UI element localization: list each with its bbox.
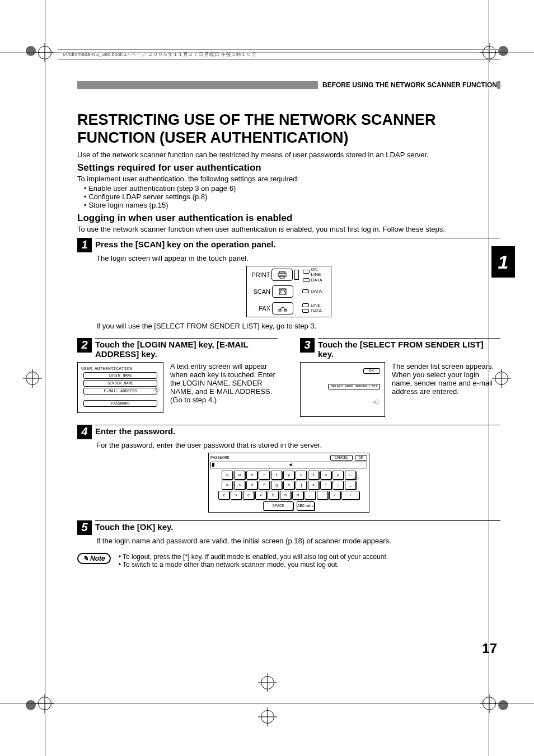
auth-screen-diagram: USER AUTHENTICATION LOGIN NAME SENDER NA…: [77, 362, 163, 413]
step-1: 1 Press the [SCAN] key on the operation …: [77, 238, 500, 252]
kb-entry-field: ◀: [210, 462, 367, 468]
auth-title: USER AUTHENTICATION: [81, 366, 160, 371]
bullet-item: Store login names (p.15): [84, 201, 500, 209]
note-item: To logout, press the [*] key. If audit m…: [119, 553, 388, 561]
kb-row: a s d f g h j k l ; _: [210, 481, 367, 490]
key: h: [283, 481, 294, 490]
reg-mark: [261, 710, 274, 724]
step-body: A text entry screen will appear when eac…: [170, 362, 278, 413]
step-5: 5 Touch the [OK] key.: [77, 520, 500, 535]
keyboard-diagram: PASSWORD CANCEL OK ◀ q w e r t y: [208, 453, 369, 513]
note-item: To switch to a mode other than network s…: [119, 561, 388, 569]
space-key: SPACE: [263, 501, 293, 510]
panel-row-print: PRINT ON LINE DATA: [247, 266, 331, 283]
ok-button: OK: [363, 368, 380, 374]
key: o: [320, 471, 331, 480]
step-body: The login screen will appear in the touc…: [96, 254, 500, 262]
rocker-icon: [294, 270, 299, 280]
step-body: The sender list screen appears. When you…: [392, 362, 500, 417]
key: l: [320, 481, 331, 490]
svg-line-5: [279, 290, 282, 294]
svg-rect-8: [284, 309, 287, 311]
key: i: [308, 471, 319, 480]
key: f: [259, 481, 270, 490]
step-2: 2 Touch the [LOGIN NAME] key, [E-MAIL AD…: [77, 334, 278, 417]
led-label: DATA: [311, 289, 322, 294]
ok-button: OK: [355, 455, 367, 461]
page-number: 17: [482, 641, 497, 656]
reg-dot: [26, 46, 36, 56]
key: r: [259, 471, 270, 480]
hand-pointer-icon: ☜: [370, 396, 381, 409]
reg-mark: [483, 697, 496, 710]
key: g: [271, 481, 282, 490]
hand-pointer-icon: ☜: [151, 383, 162, 397]
step-body: For the password, enter the user passwor…: [96, 441, 500, 449]
reg-mark: [261, 676, 274, 689]
key: m: [292, 491, 303, 500]
kb-row: z x c v b n m , . / ⇧: [210, 491, 367, 500]
email-address-field: E-MAIL ADDRESS: [83, 388, 157, 395]
bullet-item: Configure LDAP server settings (p.8): [84, 192, 500, 201]
key: .: [317, 491, 328, 500]
section1-lead: To implement user authentication, the fo…: [77, 175, 500, 183]
scan-icon: [272, 285, 293, 298]
panel-row-fax: FAX LINE DATA: [247, 300, 331, 317]
key: d: [246, 481, 257, 490]
key: p: [332, 471, 344, 480]
key: a: [222, 481, 233, 490]
login-name-field: LOGIN NAME: [83, 372, 157, 379]
reg-dot: [26, 700, 36, 710]
mode-key: ABC↔abc: [297, 501, 315, 510]
step-4: 4 Enter the password.: [77, 425, 500, 439]
step-number: 2: [77, 338, 92, 353]
step-3: 3 Touch the [SELECT FROM SENDER LIST] ke…: [300, 334, 500, 417]
step-body: If the login name and password are valid…: [96, 537, 500, 545]
step-number: 3: [300, 338, 315, 353]
led-label: DATA: [311, 308, 322, 313]
page: !Andromeda-NS_Sec.book 17 ページ ２００６年１１月２７…: [0, 0, 534, 756]
key: /: [329, 491, 340, 500]
step-number: 1: [77, 238, 92, 252]
note-badge: ✎ Note: [77, 553, 111, 564]
panel-row-scan: SCAN DATA: [247, 283, 331, 300]
led-label: ON LINE: [311, 267, 329, 277]
reg-dot: [498, 700, 508, 710]
content: RESTRICTING USE OF THE NETWORK SCANNER F…: [77, 111, 500, 569]
password-field: PASSWORD: [83, 400, 157, 407]
key: e: [246, 471, 257, 480]
svg-line-6: [284, 290, 286, 294]
select-from-sender-list-button: SELECT FROM SENDER LIST: [328, 384, 380, 390]
section2-lead: To use the network scanner function when…: [77, 225, 500, 233]
bullet-item: Enable user authentication (step 3 on pa…: [84, 184, 500, 192]
crop-line: [45, 0, 45, 756]
panel-label: FAX: [249, 305, 270, 312]
key: y: [283, 471, 294, 480]
panel-label: SCAN: [249, 288, 270, 295]
panel-label: PRINT: [249, 271, 270, 278]
step-number: 4: [77, 425, 92, 439]
section-heading-login: Logging in when user authentication is e…: [77, 213, 500, 224]
key: b: [268, 491, 279, 500]
print-header: !Andromeda-NS_Sec.book 17 ページ ２００６年１１月２７…: [58, 49, 500, 60]
key: s: [234, 481, 245, 490]
caret-icon: ◀: [289, 462, 292, 468]
reg-mark: [26, 372, 39, 385]
step-title: Touch the [LOGIN NAME] key, [E-MAIL ADDR…: [95, 338, 278, 359]
kb-title: PASSWORD: [210, 456, 229, 460]
intro-text: Use of the network scanner function can …: [77, 151, 500, 159]
pencil-icon: ✎: [83, 555, 88, 562]
step-title: Enter the password.: [95, 425, 500, 436]
crop-line: [0, 703, 534, 703]
kb-row: q w e r t y u i o p ←: [210, 471, 367, 480]
step-number: 5: [77, 520, 92, 535]
sender-list-diagram: OK SELECT FROM SENDER LIST ☜: [300, 362, 385, 417]
section-heading-settings: Settings required for user authenticatio…: [77, 162, 500, 173]
key: x: [231, 491, 242, 500]
key: ;: [332, 481, 344, 490]
led-label: DATA: [311, 278, 322, 283]
sender-name-field: SENDER NAME: [83, 380, 157, 387]
svg-rect-1: [278, 273, 286, 276]
key: u: [296, 471, 307, 480]
svg-rect-7: [279, 309, 281, 311]
